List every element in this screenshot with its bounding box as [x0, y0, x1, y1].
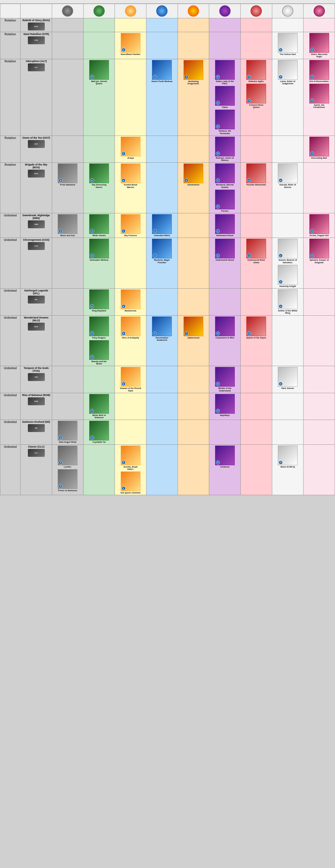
card-image: 5 — [58, 214, 77, 234]
card-block: 4 Ironfist Beast Warrior — [120, 163, 141, 189]
card-block: 2 Swordflash Panther — [120, 33, 141, 56]
card-cell: 3 Orb of Desecration; 5 Sylvia, the Cond… — [303, 59, 335, 135]
card-block: 8 Proto Bahamut — [57, 163, 78, 186]
card-cost-badge: 1 — [122, 229, 126, 233]
table-row: RotationSteel Rebellion (STR)STR 2 Sword… — [0, 32, 335, 59]
card-cell — [146, 393, 178, 420]
card-cell: 5 Spinaria, Keeper of Enigmas — [303, 238, 335, 288]
card-image: 3 — [215, 86, 235, 106]
header-blood — [240, 4, 272, 18]
card-block: 3 White Vanara — [89, 214, 109, 237]
card-cost-badge: 5 — [310, 48, 314, 52]
card-block: 6 Bab'yzz, Hornet Queen — [89, 60, 109, 85]
card-cost-badge: 5 — [247, 99, 251, 102]
card-name: Thunder Behemoth; — [246, 184, 267, 186]
card-cell — [240, 213, 272, 238]
card-block: 5 Aurelia, Royal Saber; — [120, 445, 141, 471]
card-cell: 1 Hinterland Ghost — [209, 213, 241, 238]
card-cost-badge: 3 — [90, 229, 94, 233]
card-cell: 5 The Untrue God — [272, 32, 303, 59]
card-image: 3 — [183, 60, 203, 80]
card-block: 6 Prince of Darkness — [57, 469, 78, 492]
card-cell: 6 Barbarossa — [115, 288, 146, 316]
card-cell — [52, 288, 83, 316]
expansion-logo: STR — [28, 36, 45, 44]
card-cost-badge: 3 — [310, 152, 314, 156]
card-block: 6 Lucifer; — [57, 445, 78, 468]
card-image: 5 — [309, 214, 329, 234]
card-image: 5 — [215, 110, 235, 129]
card-cell — [83, 32, 115, 59]
card-cost-badge: 2 — [122, 48, 126, 52]
card-cell — [83, 18, 115, 32]
card-cost-badge: 5 — [310, 254, 314, 257]
card-image: 6 — [152, 316, 172, 336]
card-block: 5 Shion, Mercurial Aegis — [308, 33, 330, 58]
header-sword — [115, 4, 146, 18]
card-block: 1 Unbodied Witch — [152, 214, 173, 237]
card-cell — [272, 135, 303, 163]
card-cell: 3 Enervating Mail — [303, 135, 335, 163]
card-name: Gawain of the Round Table — [120, 387, 141, 392]
card-cell: 5 Laina, Sister of Judgement — [272, 59, 303, 135]
card-cell — [178, 238, 209, 288]
card-block: 5 Zebet, Lady of the Flies; — [214, 60, 235, 85]
card-cell: 3 White Vanara — [83, 213, 115, 238]
card-block: 5 Laina, Sister of Judgement — [277, 60, 298, 85]
card-block: 2 Jiraiya — [120, 137, 141, 159]
card-block: 5 Crimson Rose Queen — [246, 84, 267, 109]
card-image: 2 — [89, 316, 109, 336]
card-cost-badge: 5 — [279, 48, 282, 52]
card-block: 1 Sky Fortress — [120, 214, 141, 237]
expansion-cell: Omen of the Ten (OOT)OOT — [21, 135, 52, 163]
card-cell: 5 Moon Al-Mi'raj — [272, 444, 303, 495]
card-block: 4 Garuda, Ruler of Storms — [277, 163, 298, 189]
card-block: 3 Sweet-Tooth Medusa — [152, 60, 173, 83]
card-cell — [240, 420, 272, 444]
card-block: 6 King Elephant — [89, 289, 109, 312]
card-cell: 6 Thunder Behemoth; — [240, 163, 272, 213]
card-name: Garuda, Ruler of Storms — [277, 184, 298, 189]
card-name: Unbodied Witch — [152, 235, 173, 237]
card-name: Heavenly Knight — [277, 285, 298, 287]
card-cell: 6 Darksaber Melissa — [83, 238, 115, 288]
card-cost-badge: 6 — [59, 461, 63, 464]
card-cell — [209, 420, 241, 444]
table-row: UnlimitedTempest of the Gods (TOG)TOG 5 … — [0, 366, 335, 393]
card-image: 6 — [89, 60, 109, 80]
card-name: Spinaria, Keeper of Enigmas — [308, 259, 330, 264]
card-name: Hastewing Dragonewt; — [183, 80, 204, 85]
card-name: Barbarossa — [120, 310, 141, 312]
card-name: Rulenye, Omen of Silence — [214, 157, 235, 162]
card-name: Tlaloc — [214, 106, 235, 108]
card-block: 6 Sky Devouring Horror — [89, 163, 109, 189]
card-cell — [52, 366, 83, 393]
format-cell: Unlimited — [0, 393, 21, 420]
card-name: White Wolf of Eldwood — [89, 414, 109, 419]
header-neutral — [52, 4, 83, 18]
card-image: 3 — [215, 445, 235, 465]
card-cost-badge: 4 — [122, 178, 126, 182]
card-cell — [303, 366, 335, 393]
card-name: Hero of Antiquity — [120, 337, 141, 339]
card-cell — [303, 444, 335, 495]
expansion-name: Classic (CLC) — [21, 445, 51, 448]
card-cell: 6 Bab'yzz, Hornet Queen — [83, 59, 115, 135]
card-cell — [178, 366, 209, 393]
expansion-name: Rise of Bahamut (ROB) — [21, 394, 51, 397]
header-forest — [83, 4, 115, 18]
expansion-name: Starforged Legends (SFL) — [21, 289, 51, 295]
card-name: Hinterland Ghost — [214, 235, 235, 237]
card-image: 6 — [246, 316, 266, 336]
card-cell — [146, 444, 178, 495]
card-cost-badge: 5 — [216, 152, 220, 156]
expansion-cell: Wonderland Dreams (WLD)WLD — [21, 315, 52, 366]
card-cell — [209, 18, 241, 32]
card-name: Fairy Dragon; — [89, 337, 109, 339]
card-cost-badge: 5 — [122, 382, 126, 386]
card-cell: 8 Proto Bahamut — [52, 163, 83, 213]
card-cell — [272, 420, 303, 444]
card-image: 5 — [278, 367, 298, 386]
card-cost-badge: 5 — [310, 229, 314, 233]
card-image: 6 — [89, 289, 109, 309]
